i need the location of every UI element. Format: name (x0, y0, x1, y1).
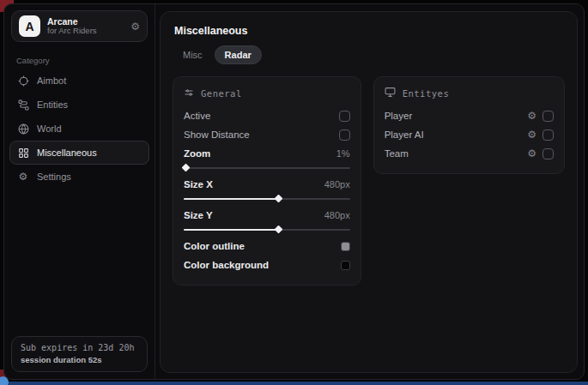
sidebar-item-label: Aimbot (37, 75, 66, 86)
general-panel-header: General (184, 86, 350, 101)
setting-label: Active (184, 111, 210, 121)
setting-label: Zoom (184, 148, 210, 159)
sidebar-item-label: Entities (37, 99, 68, 110)
setting-label: Show Distance (184, 129, 250, 140)
gear-icon[interactable]: ⚙ (130, 21, 140, 33)
sidebar-nav: Aimbot Entities World Miscellaneous (9, 69, 149, 189)
sidebar-item-entities[interactable]: Entities (9, 93, 149, 117)
sidebar-item-label: World (37, 123, 62, 134)
main-panel: Miscellaneous Misc Radar General Active (160, 11, 578, 373)
gear-icon[interactable]: ⚙ (527, 148, 536, 159)
setting-label: Size Y (184, 210, 213, 220)
setting-label: Color outline (184, 241, 245, 251)
sidebar-item-world[interactable]: World (9, 117, 149, 141)
slider-thumb[interactable] (275, 195, 283, 203)
sidebar-item-label: Miscellaneous (37, 147, 97, 158)
panel-title: General (201, 88, 242, 99)
route-icon (17, 99, 29, 111)
general-panel: General Active Show Distance Zoom 1% (173, 76, 361, 286)
size-y-value: 480px (324, 210, 350, 220)
sidebar-item-label: Settings (37, 171, 71, 182)
entity-row-team: Team ⚙ (385, 144, 554, 163)
app-logo: A (19, 15, 40, 37)
setting-row-size-y: Size Y 480px (184, 206, 350, 225)
entity-row-player-ai: Player AI ⚙ (385, 125, 554, 144)
slider-thumb[interactable] (275, 226, 283, 234)
setting-row-color-background: Color background (184, 256, 350, 274)
grid-icon (17, 147, 29, 159)
sidebar-item-settings[interactable]: ⚙ Settings (9, 165, 149, 189)
player-checkbox[interactable] (543, 111, 554, 122)
zoom-value: 1% (336, 148, 350, 159)
slider-fill (184, 229, 278, 231)
entities-panel-header: Entityes (385, 86, 554, 101)
sidebar: A Arcane for Arc Riders ⚙ Category Aimbo… (4, 4, 155, 379)
size-y-slider[interactable] (184, 226, 350, 233)
gear-icon[interactable]: ⚙ (527, 111, 536, 121)
sidebar-item-miscellaneous[interactable]: Miscellaneous (9, 141, 149, 165)
panel-title: Entityes (403, 88, 450, 99)
taskbar-strip (0, 382, 588, 385)
slider-track (184, 167, 350, 169)
sub-expiry-text: Sub expires in 23d 20h (21, 343, 138, 352)
player-ai-checkbox[interactable] (543, 129, 554, 141)
page-title: Miscellaneous (161, 12, 577, 37)
setting-label: Color background (184, 260, 269, 270)
globe-icon (17, 123, 29, 135)
entity-label: Player (385, 111, 413, 121)
crosshair-icon (17, 75, 29, 87)
sliders-icon (184, 86, 194, 101)
entity-label: Team (385, 148, 409, 159)
setting-row-active: Active (184, 106, 350, 125)
tab-radar[interactable]: Radar (215, 45, 262, 64)
size-x-value: 480px (324, 179, 350, 189)
brand-card: A Arcane for Arc Riders ⚙ (11, 10, 148, 42)
gear-icon: ⚙ (17, 171, 29, 182)
slider-fill (184, 198, 278, 200)
monitor-icon (385, 86, 396, 101)
color-background-swatch[interactable] (341, 261, 350, 270)
tab-bar: Misc Radar (173, 45, 577, 64)
slider-thumb[interactable] (181, 164, 190, 172)
tab-misc[interactable]: Misc (173, 45, 213, 64)
setting-label: Size X (184, 179, 213, 189)
active-checkbox[interactable] (339, 111, 350, 122)
size-x-slider[interactable] (184, 195, 350, 202)
app-window: A Arcane for Arc Riders ⚙ Category Aimbo… (3, 3, 585, 380)
entities-panel: Entityes Player ⚙ Player AI ⚙ (373, 76, 565, 174)
zoom-slider[interactable] (184, 164, 350, 171)
panels-row: General Active Show Distance Zoom 1% (161, 64, 577, 286)
team-checkbox[interactable] (543, 148, 554, 159)
category-label: Category (16, 56, 155, 65)
gear-icon[interactable]: ⚙ (527, 129, 536, 140)
session-duration-text: session duration 52s (21, 355, 138, 364)
color-outline-swatch[interactable] (341, 242, 350, 251)
show-distance-checkbox[interactable] (339, 129, 350, 141)
setting-row-color-outline: Color outline (184, 237, 350, 256)
entity-label: Player AI (385, 129, 424, 140)
sidebar-item-aimbot[interactable]: Aimbot (9, 69, 149, 93)
brand-subtitle: for Arc Riders (47, 27, 124, 36)
setting-row-size-x: Size X 480px (184, 175, 350, 194)
setting-row-show-distance: Show Distance (184, 125, 350, 144)
subscription-card: Sub expires in 23d 20h session duration … (11, 336, 148, 372)
brand-text: Arcane for Arc Riders (47, 16, 124, 36)
entity-row-player: Player ⚙ (385, 106, 554, 125)
setting-row-zoom: Zoom 1% (184, 144, 350, 163)
